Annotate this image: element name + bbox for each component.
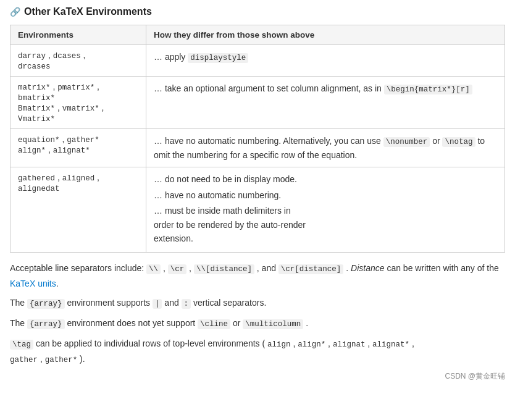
desc-text-2: … take an optional argument to set colum… <box>154 82 497 96</box>
code-cr-distance: \cr[distance] <box>278 264 344 274</box>
array-supports-para: The {array} environment supports | and :… <box>10 296 505 311</box>
env-bmatrix-star: bmatrix* <box>18 94 55 103</box>
env-Bmatrix-star: Bmatrix* <box>18 104 55 113</box>
code-begin-matrix-r: \begin{matrix*}[r] <box>384 85 472 94</box>
code-nonumber: \nonumber <box>383 137 430 147</box>
code-array-1: {array} <box>27 299 65 309</box>
env-vmatrix-star: vmatrix* <box>62 104 99 113</box>
env-alignat-star: alignat* <box>53 146 90 155</box>
italic-distance: Distance <box>351 263 384 273</box>
code-cr: \cr <box>168 264 187 274</box>
line-separator-para: Acceptable line separators include: \\ ,… <box>10 261 505 291</box>
env-darray: darray <box>18 52 46 61</box>
env-equation-star: equation* <box>18 136 60 145</box>
table-row: darray , dcases , drcases … apply displa… <box>10 45 505 77</box>
env-drcases: drcases <box>18 62 51 71</box>
env-alignat-star-2: alignat* <box>372 340 409 349</box>
code-backslash-backslash: \\ <box>146 264 161 274</box>
link-icon: 🔗 <box>10 7 20 17</box>
env-cell-3: equation* , gather* align* , alignat* <box>10 129 146 167</box>
env-gather-star-2: gather* <box>45 356 78 364</box>
env-cell-2: matrix* , pmatrix* , bmatrix* Bmatrix* ,… <box>10 77 146 129</box>
code-colon: : <box>182 299 191 309</box>
desc-text-1: … apply displaystyle <box>154 50 497 64</box>
page-heading: 🔗 Other KaTeX Environments <box>10 6 505 17</box>
env-Vmatrix-star: Vmatrix* <box>18 115 55 124</box>
code-pipe: | <box>153 299 162 309</box>
environments-table: Environments How they differ from those … <box>10 25 505 253</box>
table-row: gathered , aligned , alignedat … do not … <box>10 167 505 253</box>
array-notsupport-para: The {array} environment does not yet sup… <box>10 316 505 331</box>
env-align: align <box>267 340 291 349</box>
col-differences: How they differ from those shown above <box>146 25 505 45</box>
code-array-2: {array} <box>27 319 65 329</box>
env-align-star: align* <box>18 146 46 155</box>
env-dcases: dcases <box>53 52 81 61</box>
desc-bullet-1: … do not need to be in display mode. <box>154 172 497 186</box>
env-gather-star: gather* <box>67 136 99 145</box>
code-displaystyle: displaystyle <box>188 53 248 63</box>
desc-cell-3: … have no automatic numbering. Alternati… <box>146 129 505 167</box>
heading-title: Other KaTeX Environments <box>24 6 152 17</box>
col-environments: Environments <box>10 25 146 45</box>
desc-bullet-2: … have no automatic numbering. <box>154 188 497 202</box>
env-gathered: gathered <box>18 174 55 183</box>
tag-row-para: \tag can be applied to individual rows o… <box>10 336 505 368</box>
env-cell-4: gathered , aligned , alignedat <box>10 167 146 253</box>
env-alignat-2: alignat <box>333 340 366 349</box>
code-notag: \notag <box>442 137 475 147</box>
code-cline: \cline <box>198 319 230 329</box>
env-align-star-2: align* <box>298 340 325 349</box>
desc-cell-1: … apply displaystyle <box>146 45 505 77</box>
bottom-credit: CSDN @黄金旺铺 <box>10 371 505 382</box>
env-matrix-star: matrix* <box>18 83 51 92</box>
desc-cell-2: … take an optional argument to set colum… <box>146 77 505 129</box>
code-backslash-distance: \\[distance] <box>194 264 254 274</box>
desc-list-4: … do not need to be in display mode. … h… <box>154 172 497 245</box>
env-cell-1: darray , dcases , drcases <box>10 45 146 77</box>
env-alignedat: alignedat <box>18 185 60 193</box>
desc-cell-4: … do not need to be in display mode. … h… <box>146 167 505 253</box>
code-multicolumn: \multicolumn <box>243 319 303 329</box>
table-row: equation* , gather* align* , alignat* … … <box>10 129 505 167</box>
desc-bullet-3: … must be inside math delimiters inorder… <box>154 204 497 245</box>
env-aligned: aligned <box>62 174 95 183</box>
env-pmatrix-star: pmatrix* <box>57 83 94 92</box>
code-tag: \tag <box>10 340 33 350</box>
desc-text-3: … have no automatic numbering. Alternati… <box>154 134 497 162</box>
env-gather-2: gather <box>10 356 38 364</box>
katex-units-link[interactable]: KaTeX units <box>10 279 56 288</box>
table-row: matrix* , pmatrix* , bmatrix* Bmatrix* ,… <box>10 77 505 129</box>
